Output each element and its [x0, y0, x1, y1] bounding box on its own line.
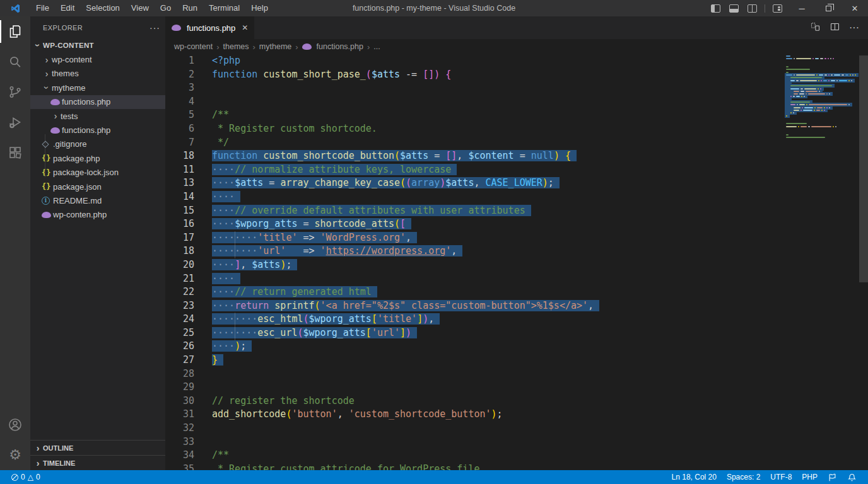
menu-run[interactable]: Run [177, 0, 203, 16]
menu-help[interactable]: Help [245, 0, 274, 16]
code-line-7[interactable]: 7 */ [165, 136, 868, 150]
feedback-icon[interactable] [823, 470, 842, 484]
tree-item-wp-content[interactable]: ›wp-content [30, 52, 165, 66]
breadcrumb-item-wp-content[interactable]: wp-content [174, 42, 213, 51]
explorer-more-actions[interactable]: ··· [150, 23, 160, 33]
menu-selection[interactable]: Selection [80, 0, 125, 16]
line-number[interactable]: 27 [165, 354, 194, 367]
tree-item-wp-conten-php[interactable]: wp-conten.php [30, 208, 165, 222]
menu-go[interactable]: Go [155, 0, 177, 16]
line-number[interactable]: 6 [165, 122, 194, 136]
line-number[interactable]: 4 [165, 95, 194, 109]
more-actions-icon[interactable]: ··· [849, 22, 859, 33]
code-line-29[interactable]: 29 [165, 381, 868, 395]
search-icon[interactable] [0, 47, 30, 77]
code-line-25[interactable]: 25········esc_url($wporg_atts['url']) [165, 326, 868, 340]
breadcrumb-item-themes[interactable]: themes [223, 42, 249, 51]
line-number[interactable]: 18 [165, 245, 194, 258]
line-number[interactable]: 30 [165, 395, 194, 408]
code-line-14[interactable]: 14···· [165, 190, 868, 204]
menu-edit[interactable]: Edit [55, 0, 80, 16]
code-line-20[interactable]: 20····], $atts); [165, 258, 868, 272]
code-line-11[interactable]: 11····// normalize attribute keys, lower… [165, 163, 868, 177]
line-number[interactable]: 16 [165, 217, 194, 231]
line-number[interactable]: 3 [165, 81, 194, 95]
line-number[interactable]: 35 [165, 463, 194, 470]
notifications-bell-icon[interactable] [842, 470, 862, 484]
menu-view[interactable]: View [126, 0, 155, 16]
close-button[interactable]: ✕ [842, 0, 868, 16]
problems-indicator[interactable]: 0 △ 0 [6, 470, 45, 484]
split-editor-icon[interactable] [830, 21, 840, 35]
code-line-28[interactable]: 28 [165, 367, 868, 381]
line-number[interactable]: 1 [165, 54, 194, 68]
line-number[interactable]: 28 [165, 367, 194, 381]
line-number[interactable]: 22 [165, 285, 194, 299]
tree-item-tests[interactable]: ›tests [30, 109, 165, 123]
tree-item-functions-php[interactable]: functions.php [30, 123, 165, 137]
minimap[interactable] [786, 55, 857, 139]
code-line-33[interactable]: 33 [165, 435, 868, 449]
line-number[interactable]: 31 [165, 408, 194, 422]
line-number[interactable]: 11 [165, 163, 194, 177]
code-line-13[interactable]: 13····$atts = array_change_key_case((arr… [165, 176, 868, 190]
tree-item-functions-php[interactable]: functions.php [30, 95, 165, 109]
code-line-1[interactable]: 1<?php [165, 54, 868, 68]
tree-item-mytheme[interactable]: ›mytheme [30, 81, 165, 95]
tree-item-package-lock-json[interactable]: {}package-lock.json [30, 166, 165, 180]
code-line-21[interactable]: 21···· [165, 272, 868, 286]
line-number[interactable]: 17 [165, 231, 194, 245]
line-number[interactable]: 29 [165, 381, 194, 395]
tree-item-readme-md[interactable]: iREADME.md [30, 193, 165, 207]
line-number[interactable]: 33 [165, 435, 194, 449]
indentation-setting[interactable]: Spaces: 2 [722, 470, 765, 484]
cursor-position[interactable]: Ln 18, Col 20 [667, 470, 722, 484]
line-number[interactable]: 2 [165, 68, 194, 82]
code-line-18[interactable]: 18function custom_shortcode_button($atts… [165, 149, 868, 163]
code-line-5[interactable]: 5/** [165, 108, 868, 122]
run-debug-icon[interactable] [0, 107, 30, 137]
tree-item-package-php[interactable]: {}package.php [30, 151, 165, 165]
toggle-secondary-sidebar-icon[interactable] [748, 4, 757, 13]
line-number[interactable]: 15 [165, 204, 194, 218]
outline-section[interactable]: › OUTLINE [30, 440, 165, 455]
code-editor[interactable]: 1<?php2function custom_short_pase_($atts… [165, 54, 868, 470]
code-line-23[interactable]: 23····return sprintf('<a href="%2$s" cla… [165, 299, 868, 313]
line-number[interactable]: 5 [165, 108, 194, 122]
tree-item-package-json[interactable]: {}package.json [30, 180, 165, 193]
minimize-button[interactable]: ─ [789, 0, 815, 16]
code-line-32[interactable]: 32 [165, 422, 868, 435]
tree-item--gitignore[interactable]: .gitignore [30, 137, 165, 151]
tab-close-icon[interactable]: ✕ [242, 23, 248, 32]
code-line-18[interactable]: 18········'url' => 'https://wordpress.or… [165, 245, 868, 258]
code-line-35[interactable]: 35 * Register custom attricode for WordP… [165, 463, 868, 470]
account-icon[interactable] [0, 410, 30, 440]
code-line-30[interactable]: 30// register the shortcode [165, 395, 868, 408]
encoding-setting[interactable]: UTF-8 [765, 470, 797, 484]
code-line-3[interactable]: 3 [165, 81, 868, 95]
code-line-15[interactable]: 15····// override default attributes wit… [165, 204, 868, 218]
code-line-4[interactable]: 4 [165, 95, 868, 109]
line-number[interactable]: 32 [165, 422, 194, 435]
customize-layout-icon[interactable] [773, 4, 782, 13]
line-number[interactable]: 24 [165, 313, 194, 326]
menu-terminal[interactable]: Terminal [203, 0, 245, 16]
line-number[interactable]: 34 [165, 449, 194, 463]
code-line-24[interactable]: 24········esc_html($wporg_atts['title'])… [165, 313, 868, 326]
code-line-22[interactable]: 22····// return generated html [165, 285, 868, 299]
code-line-27[interactable]: 27} [165, 354, 868, 367]
source-control-icon[interactable] [0, 77, 30, 107]
code-line-31[interactable]: 31add_shortcode('button', 'custom_shortc… [165, 408, 868, 422]
vertical-scrollbar[interactable] [859, 55, 868, 282]
line-number[interactable]: 14 [165, 190, 194, 204]
settings-gear-icon[interactable]: ⚙ [0, 440, 30, 470]
line-number[interactable]: 21 [165, 272, 194, 286]
breadcrumb-item-functions-php[interactable]: functions.php [302, 42, 363, 51]
code-line-26[interactable]: 26····); [165, 340, 868, 354]
breadcrumb-item-mytheme[interactable]: mytheme [259, 42, 291, 51]
open-changes-icon[interactable] [810, 21, 821, 35]
line-number[interactable]: 26 [165, 340, 194, 354]
code-line-17[interactable]: 17········'title' => 'WordPress.org', [165, 231, 868, 245]
line-number[interactable]: 13 [165, 176, 194, 190]
language-mode[interactable]: PHP [797, 470, 823, 484]
